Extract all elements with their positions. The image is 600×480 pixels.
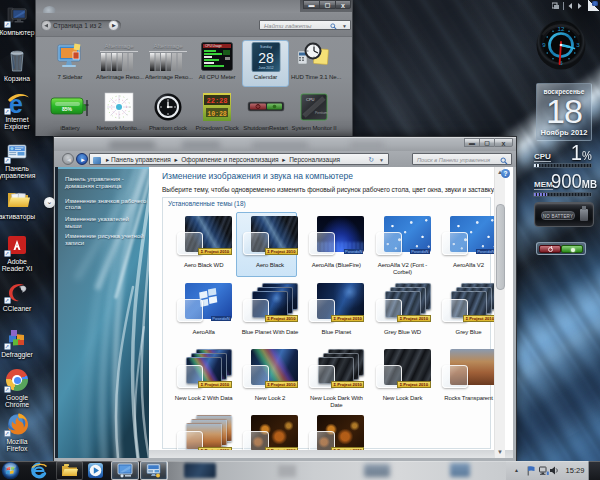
- svg-text:Pentium: Pentium: [315, 111, 328, 115]
- svg-text:June 2012: June 2012: [258, 66, 273, 70]
- svg-text:12: 12: [558, 25, 565, 32]
- svg-text:22:28: 22:28: [206, 97, 227, 105]
- svg-text:CPU: CPU: [306, 97, 315, 102]
- svg-text:3: 3: [576, 41, 580, 48]
- svg-text:10:28: 10:28: [207, 111, 227, 118]
- svg-text:9: 9: [542, 41, 546, 48]
- svg-text:28: 28: [258, 50, 274, 66]
- svg-text:CPU Usage: CPU Usage: [205, 44, 222, 48]
- svg-text:Sunday: Sunday: [260, 45, 272, 49]
- svg-text:85%: 85%: [62, 106, 73, 112]
